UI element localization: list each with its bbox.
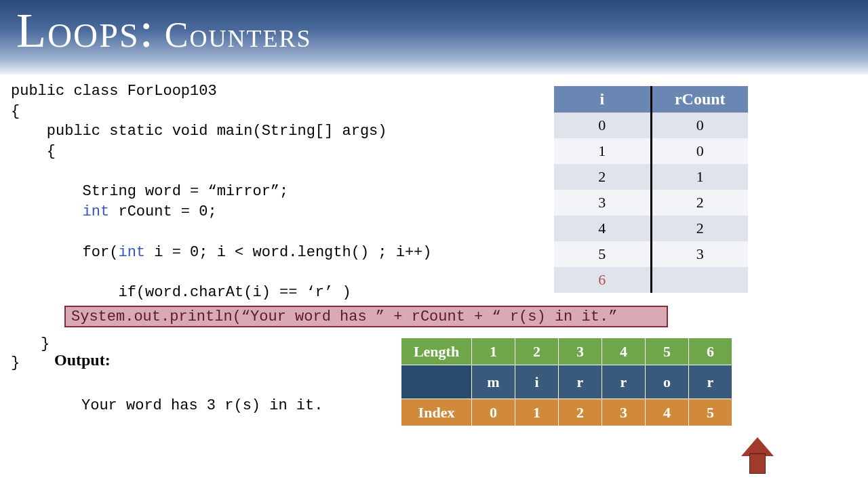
- word-layout-table: Length 1 2 3 4 5 6 m i r r o r Index 0 1…: [401, 338, 732, 426]
- trace-cell: [651, 267, 748, 293]
- index-cell: 5: [689, 399, 732, 426]
- code-line-7b: i = 0; i < word.length() ; i++): [145, 244, 431, 261]
- title-word-1: Loops:: [16, 3, 155, 58]
- trace-row: 32: [554, 190, 748, 216]
- index-cell: 0: [472, 399, 515, 426]
- close-brace-inner: }: [41, 336, 50, 352]
- char-cell: i: [515, 365, 559, 399]
- trace-cell: 0: [651, 113, 748, 138]
- trace-cell: 0: [651, 138, 748, 164]
- trace-cell: 2: [651, 190, 748, 216]
- char-label-blank: [401, 365, 472, 399]
- output-text: Your word has 3 r(s) in it.: [81, 397, 323, 414]
- index-cell: 4: [646, 399, 689, 426]
- trace-cell: 1: [554, 138, 651, 164]
- code-kw-int-2: int: [118, 244, 145, 261]
- trace-cell: 2: [554, 164, 651, 190]
- length-cell: 6: [689, 338, 732, 365]
- length-row: Length 1 2 3 4 5 6: [401, 338, 732, 365]
- trace-row: 53: [554, 241, 748, 267]
- code-line-5: String word = “mirror”;: [11, 183, 288, 200]
- title-word-2: Counters: [165, 16, 312, 54]
- length-cell: 3: [559, 338, 602, 365]
- highlighted-println: System.out.println(“Your word has ” + rC…: [64, 306, 668, 327]
- trace-cell: 3: [651, 241, 748, 267]
- char-row: m i r r o r: [401, 365, 732, 399]
- println-text: System.out.println(“Your word has ” + rC…: [71, 308, 617, 325]
- code-line-4: {: [11, 143, 56, 160]
- code-line-3: public static void main(String[] args): [11, 123, 387, 140]
- char-cell: o: [646, 365, 689, 399]
- code-line-8: if(word.charAt(i) == ‘r’ ): [11, 284, 351, 301]
- length-label: Length: [401, 338, 472, 365]
- index-cell: 3: [602, 399, 646, 426]
- output-label: Output:: [54, 351, 111, 369]
- trace-cell: 0: [554, 113, 651, 138]
- code-kw-int-1: int: [11, 203, 109, 220]
- index-label: Index: [401, 399, 472, 426]
- length-cell: 5: [646, 338, 689, 365]
- length-cell: 1: [472, 338, 515, 365]
- trace-cell: 5: [554, 241, 651, 267]
- code-line-1: public class ForLoop103: [11, 83, 217, 100]
- index-cell: 2: [559, 399, 602, 426]
- char-cell: r: [559, 365, 602, 399]
- code-line-7a: for(: [11, 244, 118, 261]
- trace-header-row: i rCount: [554, 86, 748, 113]
- char-cell: m: [472, 365, 515, 399]
- length-cell: 4: [602, 338, 646, 365]
- slide-header: Loops: Counters: [0, 0, 868, 75]
- trace-header-i: i: [554, 86, 651, 113]
- trace-row: 00: [554, 113, 748, 138]
- length-cell: 2: [515, 338, 559, 365]
- slide-title: Loops: Counters: [16, 14, 312, 55]
- char-cell: r: [689, 365, 732, 399]
- close-brace-outer: }: [11, 354, 20, 371]
- trace-row: 10: [554, 138, 748, 164]
- trace-table: i rCount 00 10 21 32 42 53 6: [554, 86, 748, 293]
- trace-cell-terminator: 6: [554, 267, 651, 293]
- trace-cell: 4: [554, 216, 651, 241]
- trace-cell: 1: [651, 164, 748, 190]
- trace-cell: 3: [554, 190, 651, 216]
- code-block: public class ForLoop103 { public static …: [11, 81, 432, 323]
- code-line-6-rest: rCount = 0;: [109, 203, 216, 220]
- arrow-stem: [749, 453, 766, 474]
- code-line-2: {: [11, 103, 20, 120]
- trace-cell: 2: [651, 216, 748, 241]
- index-cell: 1: [515, 399, 559, 426]
- trace-row: 6: [554, 267, 748, 293]
- trace-row: 21: [554, 164, 748, 190]
- char-cell: r: [602, 365, 646, 399]
- trace-row: 42: [554, 216, 748, 241]
- index-row: Index 0 1 2 3 4 5: [401, 399, 732, 426]
- trace-header-rcount: rCount: [651, 86, 748, 113]
